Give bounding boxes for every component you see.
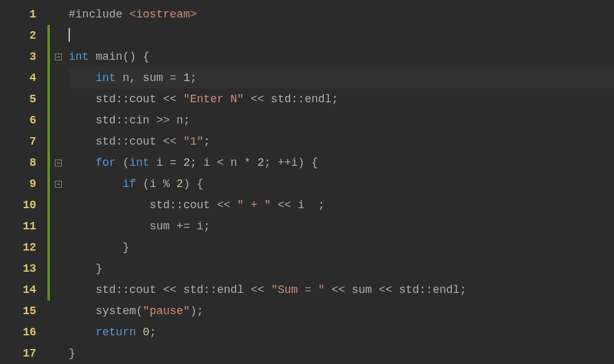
brace-token: } — [95, 262, 102, 275]
namespace-token: std — [271, 93, 291, 105]
code-line[interactable]: return 0; — [69, 322, 614, 343]
namespace-token: std — [150, 199, 170, 211]
punct-token: ; — [150, 326, 157, 338]
operator-token: << — [156, 93, 183, 105]
keyword-token: if — [122, 178, 136, 190]
code-line[interactable]: system("pause"); — [69, 300, 614, 322]
space — [305, 199, 318, 211]
text-token: i = — [150, 156, 183, 169]
text-token: sum += i; — [150, 220, 210, 232]
indent — [69, 156, 95, 169]
fold-cell — [50, 89, 66, 110]
keyword-token: int — [69, 50, 89, 63]
string-token: "pause" — [143, 305, 190, 317]
identifier-token: endl — [432, 284, 459, 296]
code-line[interactable]: } — [69, 343, 614, 364]
code-line[interactable]: std::cin >> n; — [69, 110, 614, 131]
namespace-token: std — [95, 114, 115, 127]
identifier-token: cout — [129, 93, 156, 105]
punct-token: ; ++i) { — [264, 156, 318, 169]
fold-cell — [50, 173, 66, 194]
indent — [69, 241, 122, 254]
indent — [69, 220, 150, 232]
namespace-token: std — [95, 284, 115, 296]
line-number: 2 — [0, 25, 50, 46]
code-line[interactable]: } — [69, 258, 614, 279]
line-number: 8 — [0, 152, 50, 173]
number-token: 0 — [143, 326, 150, 338]
operator-token: << — [210, 199, 237, 211]
code-line[interactable]: #include <iostream> — [69, 4, 614, 25]
change-marker — [47, 25, 50, 46]
identifier-token: cin — [129, 114, 149, 127]
code-line[interactable]: sum += i; — [69, 216, 614, 237]
code-line[interactable]: for (int i = 2; i < n * 2; ++i) { — [69, 152, 614, 173]
punct-token: ; — [318, 199, 325, 211]
change-marker — [47, 258, 50, 279]
operator-token: :: — [170, 199, 183, 211]
code-area[interactable]: #include <iostream> int main() { int n, … — [66, 0, 614, 364]
indent — [69, 93, 95, 105]
text-token — [89, 50, 95, 63]
code-line[interactable]: std::cout << std::endl << "Sum = " << su… — [69, 279, 614, 300]
punct-token: ; — [190, 72, 197, 84]
identifier-token: cout — [129, 284, 156, 296]
namespace-token: std — [399, 284, 419, 296]
fold-cell — [50, 67, 66, 89]
line-number: 9 — [0, 173, 50, 194]
operator-token: :: — [291, 93, 305, 105]
operator-token: << — [271, 199, 298, 211]
identifier-token: cout — [183, 199, 210, 211]
code-line[interactable]: std::cout << " + " << i ; — [69, 194, 614, 216]
fold-toggle-icon[interactable] — [55, 54, 62, 60]
operator-token: :: — [116, 135, 130, 148]
change-marker — [47, 237, 50, 258]
fold-cell — [50, 258, 66, 279]
indent — [69, 305, 95, 317]
punct-token: ; — [460, 284, 467, 296]
fold-cell — [50, 194, 66, 216]
code-line[interactable]: std::cout << "1"; — [69, 131, 614, 152]
operator-token: << — [325, 284, 352, 296]
keyword-token: int — [95, 72, 115, 84]
code-line[interactable] — [69, 25, 614, 46]
code-line[interactable]: std::cout << "Enter N" << std::endl; — [69, 89, 614, 110]
fold-toggle-icon[interactable] — [55, 160, 62, 166]
operator-token: :: — [116, 284, 130, 296]
function-token: system — [95, 305, 136, 317]
indent — [69, 326, 95, 338]
code-line[interactable]: int main() { — [69, 46, 614, 67]
indent — [69, 114, 95, 127]
operator-token: << — [156, 284, 183, 296]
change-marker — [47, 110, 50, 131]
include-token: <iostream> — [129, 8, 197, 21]
operator-token: :: — [419, 284, 433, 296]
line-number: 13 — [0, 258, 50, 279]
namespace-token: std — [95, 93, 115, 105]
code-line[interactable]: if (i % 2) { — [69, 173, 614, 194]
punct-token: ) { — [183, 178, 203, 190]
code-line[interactable]: } — [69, 237, 614, 258]
code-line[interactable]: int n, sum = 1; — [69, 67, 614, 89]
function-token: main — [95, 50, 122, 63]
line-number: 1 — [0, 4, 50, 25]
line-number: 17 — [0, 343, 50, 364]
change-marker — [47, 194, 50, 216]
change-marker — [47, 46, 50, 67]
identifier-token: sum — [352, 284, 372, 296]
string-token: " + " — [237, 199, 271, 211]
change-marker — [47, 89, 50, 110]
text-cursor — [69, 28, 70, 42]
string-token: "Enter N" — [183, 93, 244, 105]
line-number: 10 — [0, 194, 50, 216]
string-token: "Sum = " — [271, 284, 324, 296]
change-marker — [47, 131, 50, 152]
namespace-token: std — [183, 284, 203, 296]
line-number: 4 — [0, 67, 50, 89]
fold-cell — [50, 110, 66, 131]
fold-toggle-icon[interactable] — [55, 181, 62, 188]
operator-token: << — [244, 284, 271, 296]
line-number: 14 — [0, 279, 50, 300]
fold-cell — [50, 300, 66, 322]
line-number: 11 — [0, 216, 50, 237]
